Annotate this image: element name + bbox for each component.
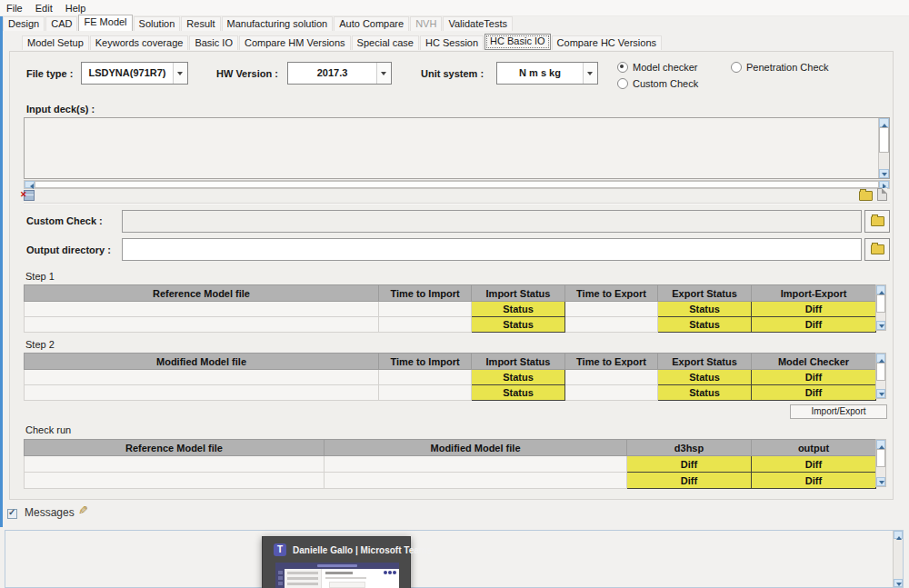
custom-check-input[interactable]: [122, 210, 862, 233]
diff-cell[interactable]: Diff: [752, 456, 876, 473]
empty-cell: [25, 456, 325, 473]
status-cell[interactable]: Status: [658, 370, 752, 385]
menu-item-edit[interactable]: Edit: [29, 2, 59, 15]
hw-version-combobox[interactable]: 2017.3: [287, 62, 392, 85]
edit-pencil-icon[interactable]: ✎: [78, 503, 88, 517]
scroll-right-icon[interactable]: [879, 181, 889, 188]
scroll-up-icon[interactable]: [876, 354, 885, 363]
teams-thumbnail-preview[interactable]: Danielle Gallo | Microsoft Teams: [262, 536, 411, 588]
hw-version-value: 2017.3: [288, 63, 376, 84]
output-directory-input[interactable]: [122, 238, 862, 261]
scroll-up-icon[interactable]: [894, 531, 903, 539]
unit-system-combobox[interactable]: N m s kg: [496, 62, 598, 85]
radio-button-icon[interactable]: [731, 62, 742, 73]
tab-model-setup[interactable]: Model Setup: [22, 35, 89, 50]
scroll-up-icon[interactable]: [879, 118, 889, 127]
header-row: Reference Model file Modified Model file…: [25, 440, 876, 456]
input-decks-listbox[interactable]: [24, 117, 890, 179]
messages-scrollbar[interactable]: [893, 531, 903, 587]
folder-icon: [859, 191, 873, 201]
import-export-button[interactable]: Import/Export: [790, 404, 887, 419]
tab-compare-hc-versions[interactable]: Compare HC Versions: [552, 35, 662, 50]
table-row: Status Status Diff: [25, 317, 876, 333]
scrollbar-thumb[interactable]: [35, 181, 879, 188]
messages-checkbox[interactable]: [7, 509, 17, 519]
tab-design[interactable]: Design: [3, 16, 45, 31]
step2-table-container: Modified Model file Time to Import Impor…: [24, 353, 886, 399]
scroll-down-icon[interactable]: [876, 477, 885, 486]
tab-cad[interactable]: CAD: [45, 16, 77, 31]
tab-auto-compare[interactable]: Auto Compare: [334, 16, 409, 31]
check-run-table: Reference Model file Modified Model file…: [24, 439, 876, 489]
tab-special-case[interactable]: Special case: [352, 35, 419, 50]
tab-fe-model[interactable]: FE Model: [78, 15, 132, 31]
tab-compare-hm-versions[interactable]: Compare HM Versions: [239, 35, 351, 50]
listbox-horizontal-scrollbar[interactable]: [24, 180, 890, 189]
chevron-down-icon[interactable]: [583, 63, 597, 84]
diff-cell[interactable]: Diff: [627, 456, 752, 473]
scrollbar-thumb[interactable]: [876, 363, 885, 381]
messages-box[interactable]: [5, 530, 904, 588]
add-deck-folder-button[interactable]: [858, 189, 873, 202]
status-cell[interactable]: Status: [658, 385, 752, 401]
empty-cell: [565, 385, 658, 401]
scroll-up-icon[interactable]: [876, 285, 885, 294]
chevron-down-icon[interactable]: [376, 63, 391, 84]
status-cell[interactable]: Status: [472, 370, 565, 385]
status-cell[interactable]: Status: [658, 317, 752, 333]
radio-penetration-check[interactable]: Penetration Check: [731, 62, 829, 73]
listbox-vertical-scrollbar[interactable]: [878, 118, 889, 178]
table-scrollbar[interactable]: [875, 353, 886, 399]
scrollbar-thumb[interactable]: [876, 294, 885, 313]
mini-chat-list: [285, 569, 322, 588]
status-cell[interactable]: Status: [472, 302, 565, 317]
table-scrollbar[interactable]: [875, 284, 886, 331]
diff-cell[interactable]: Diff: [752, 370, 876, 385]
column-header: Time to Export: [565, 354, 658, 370]
scrollbar-thumb[interactable]: [879, 127, 889, 153]
scroll-down-icon[interactable]: [894, 579, 903, 587]
column-header: Reference Model file: [25, 440, 325, 456]
secondary-tab-bar: Model Setup Keywords coverage Basic IO C…: [22, 35, 663, 50]
diff-cell[interactable]: Diff: [752, 317, 876, 333]
tab-keywords-coverage[interactable]: Keywords coverage: [90, 35, 189, 50]
table-scrollbar[interactable]: [875, 439, 886, 487]
tab-hc-basic-io[interactable]: HC Basic IO: [484, 34, 551, 50]
radio-custom-check[interactable]: Custom Check: [617, 78, 698, 89]
diff-cell[interactable]: Diff: [752, 473, 876, 489]
radio-button-icon[interactable]: [617, 62, 628, 73]
tab-basic-io[interactable]: Basic IO: [189, 35, 238, 50]
scroll-left-icon[interactable]: [25, 181, 35, 188]
tab-validatetests[interactable]: ValidateTests: [443, 16, 513, 31]
custom-check-browse-button[interactable]: [864, 210, 890, 233]
scrollbar-thumb[interactable]: [876, 449, 885, 467]
diff-cell[interactable]: Diff: [752, 302, 876, 317]
status-cell[interactable]: Status: [472, 317, 565, 333]
status-cell[interactable]: Status: [658, 302, 752, 317]
paste-deck-button[interactable]: [874, 188, 889, 201]
application-window: File Edit Help Design CAD FE Model Solut…: [0, 0, 909, 588]
diff-cell[interactable]: Diff: [752, 385, 876, 401]
status-cell[interactable]: Status: [472, 385, 565, 401]
scroll-down-icon[interactable]: [876, 321, 885, 330]
column-header: Modified Model file: [25, 354, 379, 370]
menu-item-file[interactable]: File: [0, 2, 29, 15]
scroll-down-icon[interactable]: [879, 169, 889, 178]
tab-solution[interactable]: Solution: [134, 16, 181, 31]
radio-model-checker[interactable]: Model checker: [617, 62, 698, 73]
output-directory-browse-button[interactable]: [864, 238, 890, 261]
scroll-down-icon[interactable]: [876, 389, 885, 398]
scroll-up-icon[interactable]: [876, 440, 885, 449]
tab-result[interactable]: Result: [181, 16, 220, 31]
menu-item-help[interactable]: Help: [59, 2, 93, 15]
radio-label: Custom Check: [633, 78, 698, 89]
tab-hc-session[interactable]: HC Session: [420, 35, 484, 50]
diff-cell[interactable]: Diff: [627, 473, 752, 489]
tab-manufacturing-solution[interactable]: Manufacturing solution: [222, 16, 334, 31]
main-panel: File type : LSDYNA(971R7) HW Version : 2…: [9, 51, 894, 500]
chevron-down-icon[interactable]: [173, 63, 187, 84]
radio-button-icon[interactable]: [617, 78, 628, 89]
column-header: Export Status: [658, 285, 752, 302]
remove-deck-icon[interactable]: [24, 190, 35, 201]
file-type-combobox[interactable]: LSDYNA(971R7): [81, 62, 188, 85]
